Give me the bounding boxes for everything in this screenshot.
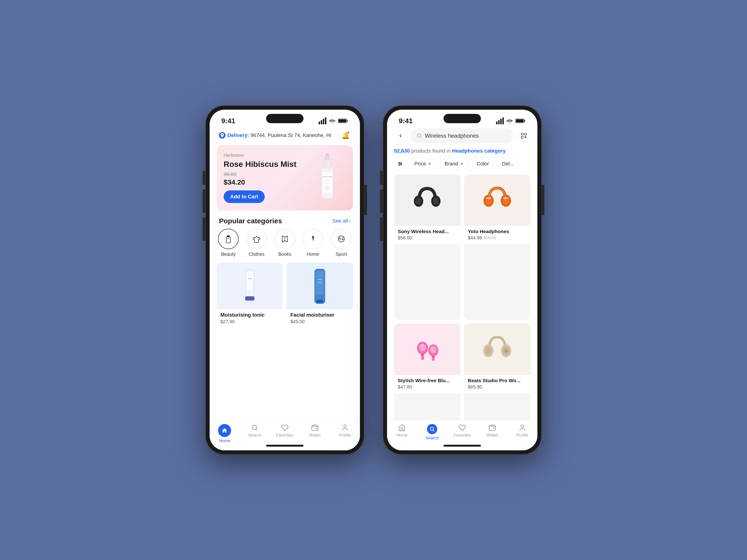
product-sony[interactable]: Sony Wireless Head... $58.00 xyxy=(394,175,460,320)
svg-point-60 xyxy=(419,344,426,351)
svg-rect-37 xyxy=(524,133,526,135)
svg-rect-34 xyxy=(516,119,523,122)
search-input-wrap[interactable]: Wireless headphones xyxy=(411,128,514,143)
svg-point-73 xyxy=(430,427,434,430)
favorites-nav-icon-2 xyxy=(459,424,466,431)
yoto-orig-price: $56.00 xyxy=(484,235,496,240)
svg-rect-38 xyxy=(521,136,523,138)
nav-search-label-2: Search xyxy=(426,436,439,441)
products-grid: Dove Moisturising tonic $27.90 xyxy=(210,263,360,333)
nav-profile-2[interactable]: Profile xyxy=(513,424,532,438)
nav-favorites-1[interactable]: Favorites xyxy=(276,424,294,438)
category-beauty[interactable]: Beauty xyxy=(218,229,238,257)
phone-2: 9:41 xyxy=(383,105,542,455)
nav-wallet-1[interactable]: Wallet xyxy=(306,424,324,438)
add-to-cart-button[interactable]: Add to Cart xyxy=(224,190,265,203)
hero-brand: Herbviore xyxy=(224,153,297,158)
dynamic-island xyxy=(266,114,304,123)
tonic-name: Moisturising tonic xyxy=(221,312,279,318)
svg-point-75 xyxy=(493,428,494,429)
nav-wallet-2[interactable]: Wallet xyxy=(483,424,501,438)
svg-rect-58 xyxy=(503,197,509,199)
nav-favorites-2[interactable]: Favorites xyxy=(453,424,471,438)
tonic-price: $27.90 xyxy=(221,319,279,324)
svg-point-63 xyxy=(430,346,436,353)
wallet-nav-icon xyxy=(311,424,319,431)
hero-price: $34.20 xyxy=(224,178,297,186)
svg-text:ROSE: ROSE xyxy=(326,180,329,181)
filter-price[interactable]: Price ✕ xyxy=(409,158,436,169)
svg-text:HIBISCUS: HIBISCUS xyxy=(325,183,330,184)
svg-point-51 xyxy=(415,197,421,205)
svg-point-46 xyxy=(399,162,400,163)
svg-point-30 xyxy=(344,425,346,427)
svg-text:Body: Body xyxy=(318,279,322,280)
filter-brand[interactable]: Brand ✕ xyxy=(440,158,468,169)
results-info: 52,630 products found in Headphones cate… xyxy=(387,148,537,158)
filter-delivery[interactable]: Del... xyxy=(497,158,519,169)
moisturiser-price: $45.50 xyxy=(290,319,349,324)
nav-favorites-label-2: Favorites xyxy=(454,433,471,438)
svg-rect-28 xyxy=(312,426,318,430)
nav-search-2[interactable]: Search xyxy=(423,424,441,441)
home-indicator xyxy=(266,445,304,447)
categories-row: Beauty Clothes xyxy=(210,229,360,263)
category-sport[interactable]: Sport xyxy=(331,229,352,257)
svg-point-12 xyxy=(326,186,329,190)
svg-text:b: b xyxy=(506,349,507,352)
nav-search-1[interactable]: Search xyxy=(246,424,264,438)
products-grid-2: Sony Wireless Head... $58.00 xyxy=(387,175,537,450)
home-nav-icon-2 xyxy=(398,424,406,431)
filter-brand-remove[interactable]: ✕ xyxy=(460,161,464,166)
svg-point-47 xyxy=(401,163,402,164)
phone-1: 9:41 xyxy=(205,105,364,455)
beats-price: $65.90 xyxy=(468,384,526,390)
hero-banner: Herbviore Rose Hibiscus Mist 36.00 $34.2… xyxy=(216,145,353,211)
svg-point-31 xyxy=(509,123,510,124)
see-all-button[interactable]: See all › xyxy=(332,218,351,224)
notification-bell[interactable]: 🔔 xyxy=(340,130,351,140)
product-yoto[interactable]: Yoto Headphones $44.99 $56.00 xyxy=(464,175,531,320)
signal-icon-2 xyxy=(496,117,504,124)
categories-header: Popular categories See all › xyxy=(210,211,360,229)
svg-rect-15 xyxy=(227,238,229,239)
books-icon xyxy=(275,229,295,249)
svg-rect-14 xyxy=(226,237,230,243)
svg-text:HERBVIORE: HERBVIORE xyxy=(323,176,332,178)
filter-toggle-button[interactable] xyxy=(394,158,406,170)
nav-home-2[interactable]: Home xyxy=(393,424,411,438)
profile-nav-icon xyxy=(341,424,349,431)
search-nav-icon xyxy=(251,424,258,431)
svg-point-27 xyxy=(252,425,257,430)
product-card-moisturiser[interactable]: Body Cleanser Facial moisturiser $45.50 xyxy=(287,263,353,328)
scan-button[interactable] xyxy=(517,129,531,142)
earbuds-price: $47.80 xyxy=(398,384,457,390)
svg-rect-33 xyxy=(524,120,525,122)
delivery-text: Delivery: 96744, Puulena St 74, Kaneohe,… xyxy=(227,132,331,138)
nav-profile-label: Profile xyxy=(339,433,351,438)
nav-home-label-2: Home xyxy=(396,433,408,438)
product-card-tonic[interactable]: Dove Moisturising tonic $27.90 xyxy=(216,263,283,328)
status-icons xyxy=(319,117,348,124)
nav-home[interactable]: Home xyxy=(215,424,234,443)
back-button[interactable] xyxy=(394,129,407,142)
nav-favorites-label: Favorites xyxy=(276,433,293,438)
category-home[interactable]: Home xyxy=(303,229,323,257)
svg-text:Cleanser: Cleanser xyxy=(317,282,323,283)
sport-icon xyxy=(331,229,352,249)
category-books[interactable]: Books xyxy=(275,229,295,257)
filter-price-remove[interactable]: ✕ xyxy=(428,161,431,166)
svg-point-29 xyxy=(316,428,317,429)
hero-title: Rose Hibiscus Mist xyxy=(224,159,297,169)
books-label: Books xyxy=(278,251,291,257)
svg-point-52 xyxy=(433,197,439,205)
svg-point-66 xyxy=(432,355,434,358)
nav-profile-1[interactable]: Profile xyxy=(336,424,354,438)
battery-icon xyxy=(338,118,348,124)
clothes-label: Clothes xyxy=(249,251,264,257)
nav-profile-label-2: Profile xyxy=(516,433,528,438)
category-clothes[interactable]: Clothes xyxy=(246,229,267,257)
svg-rect-57 xyxy=(486,197,491,199)
filter-color[interactable]: Color xyxy=(472,158,494,169)
search-nav-active-icon xyxy=(429,426,435,432)
